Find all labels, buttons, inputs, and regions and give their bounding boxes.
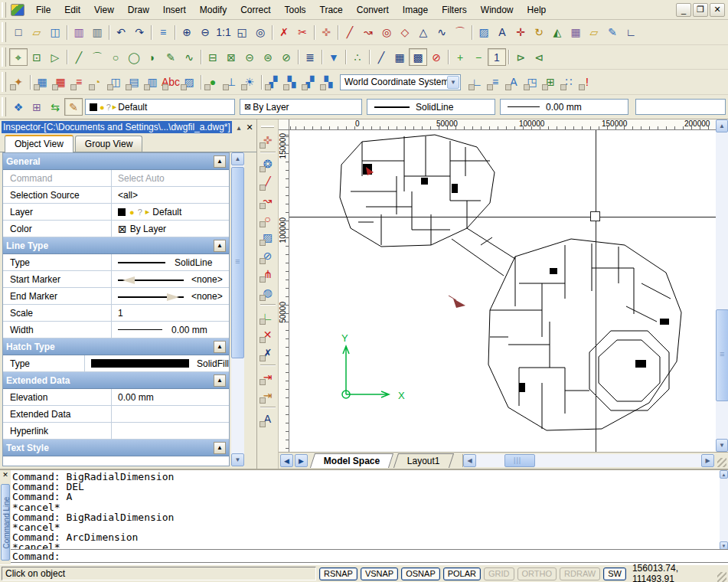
property-row[interactable]: Selection Source <all> xyxy=(3,187,229,204)
sep[interactable] xyxy=(64,48,70,66)
tab-layout1[interactable]: Layout1 xyxy=(393,453,454,468)
deselect-from-document-button[interactable]: ⊲ xyxy=(530,48,548,66)
property-row[interactable]: End Marker <none> xyxy=(3,288,229,305)
toggle-grid[interactable]: GRID xyxy=(484,567,514,580)
disable-snap-button[interactable]: ⊘ xyxy=(427,48,446,66)
grid-dots-button[interactable]: ∷ xyxy=(560,74,578,91)
zoom-out-button[interactable]: ⊖ xyxy=(196,24,214,41)
tab-scroll-left-icon[interactable]: ◀ xyxy=(280,454,293,467)
point-button[interactable]: ✛ xyxy=(511,24,530,41)
dimension-solid-button[interactable]: ◍ xyxy=(259,283,277,302)
sep[interactable] xyxy=(367,48,372,66)
select-freehand-button[interactable]: ✎ xyxy=(162,48,180,66)
selection-filter-button[interactable]: ▼ xyxy=(325,48,343,66)
linetype-combo[interactable]: SolidLine xyxy=(367,99,495,115)
scroll-up-icon[interactable]: ▲ xyxy=(716,119,728,132)
print-button[interactable]: ▥ xyxy=(88,24,106,41)
menu-item[interactable]: Trace xyxy=(313,2,350,18)
zoom-1to1-button[interactable]: 1:1 xyxy=(214,24,233,41)
select-region-button[interactable]: ◗ xyxy=(143,48,162,66)
canvas-horizontal-scrollbar[interactable]: ◀ ▶ xyxy=(462,454,714,467)
property-value[interactable]: ● ? ▸ Default xyxy=(112,204,229,220)
collapse-icon[interactable]: ▲ xyxy=(214,155,226,168)
grid-snap-button[interactable]: ▦ xyxy=(33,74,51,91)
close-icon[interactable]: ✕ xyxy=(1,471,10,480)
canvas-vertical-scrollbar[interactable]: ▲ ▼ xyxy=(716,119,728,452)
property-value[interactable]: 0.00 mm xyxy=(112,389,229,405)
dimension-branch-button[interactable]: ⋔ xyxy=(259,265,277,283)
toggle-ortho[interactable]: ORTHO xyxy=(517,567,557,580)
collapse-icon[interactable]: ▲ xyxy=(214,341,226,353)
selection-add-button[interactable]: + xyxy=(451,48,469,66)
property-row[interactable]: Start Marker <none> xyxy=(3,271,229,288)
sep[interactable] xyxy=(149,24,154,41)
restore-button[interactable]: ❐ xyxy=(693,3,708,17)
toggle-polar[interactable]: POLAR xyxy=(443,567,481,580)
property-value[interactable]: 0.00 mm xyxy=(112,322,229,338)
scroll-left-icon[interactable]: ◀ xyxy=(463,454,476,467)
section-header-extended-data[interactable]: Extended Data ▲ xyxy=(3,372,229,389)
export-dimension-button[interactable]: ⇥ xyxy=(259,368,277,386)
sep[interactable] xyxy=(198,48,204,66)
sep[interactable] xyxy=(319,48,325,66)
command-line-tab[interactable]: Command Line xyxy=(1,484,10,561)
dimension-polyline-button[interactable]: ↝ xyxy=(259,191,277,210)
sep[interactable] xyxy=(269,24,275,41)
deselect-circle-button[interactable]: ⊜ xyxy=(259,48,277,66)
select-entity-button[interactable]: ⌖ xyxy=(9,48,28,66)
chevron-down-icon[interactable]: ▼ xyxy=(447,76,459,89)
dimension-strike-button[interactable]: ⊘ xyxy=(259,247,277,265)
menu-item[interactable]: View xyxy=(87,2,121,18)
pie-chart-button[interactable]: ◔ xyxy=(88,74,106,91)
inspector-title-bar[interactable]: Inspector-[C:\Documents and Settings\...… xyxy=(0,119,256,135)
table-insert-button[interactable]: ▤ xyxy=(125,74,143,91)
clip-columns-button[interactable]: ▚ xyxy=(282,74,301,91)
save-file-button[interactable]: ◫ xyxy=(46,24,64,41)
edit-mode-button[interactable]: ✎ xyxy=(64,98,83,116)
pin-icon[interactable]: ▴ xyxy=(233,123,244,132)
sep[interactable] xyxy=(343,48,348,66)
property-value[interactable]: SolidFill xyxy=(85,355,229,371)
menu-item[interactable]: Correct xyxy=(233,2,277,18)
zoom-extents-button[interactable]: ◎ xyxy=(251,24,269,41)
toggle-osnap[interactable]: OSNAP xyxy=(401,567,440,580)
selection-list-button[interactable]: ≣ xyxy=(301,48,319,66)
menu-item[interactable]: Edit xyxy=(57,2,87,18)
print-setup-button[interactable]: ▥ xyxy=(70,24,88,41)
scroll-up-icon[interactable]: ▲ xyxy=(231,152,244,165)
property-row[interactable]: Hyperlink xyxy=(3,423,229,440)
toggle-sw[interactable]: SW xyxy=(603,567,626,580)
scrollbar-thumb[interactable] xyxy=(716,309,728,401)
layer-combo[interactable]: ● ? ▸ Default xyxy=(85,99,235,115)
extra-field[interactable] xyxy=(635,99,726,115)
property-value[interactable] xyxy=(112,406,229,422)
dimension-pan-button[interactable]: ✜ xyxy=(259,131,277,149)
draw-circle-button[interactable]: ◎ xyxy=(377,24,396,41)
property-row[interactable]: Elevation 0.00 mm xyxy=(3,389,229,406)
toggle-rdraw[interactable]: RDRAW xyxy=(560,567,600,580)
undo-button[interactable]: ↶ xyxy=(112,24,130,41)
edit-colors-button[interactable]: ✎ xyxy=(603,24,622,41)
open-file-button[interactable]: ▱ xyxy=(28,24,46,41)
menu-item[interactable]: Insert xyxy=(156,2,193,18)
collapse-icon[interactable]: ▲ xyxy=(214,374,226,387)
draw-ellipse-button[interactable]: ◇ xyxy=(396,24,414,41)
property-value[interactable]: <all> xyxy=(112,187,229,203)
layer-convert-button[interactable]: ⇆ xyxy=(46,98,64,116)
tab-group-view[interactable]: Group View xyxy=(75,136,142,152)
property-value[interactable]: 1 xyxy=(112,305,229,321)
property-row[interactable]: Type SolidFill xyxy=(3,355,229,372)
menu-item[interactable]: Draw xyxy=(121,2,156,18)
menu-item[interactable]: Filters xyxy=(435,2,474,18)
tab-model-space[interactable]: Model Space xyxy=(310,453,394,468)
property-row[interactable]: Layer ● ? ▸ Default xyxy=(3,204,229,221)
pan-button[interactable]: ✜ xyxy=(317,24,335,41)
grid-select-button[interactable]: ▦ xyxy=(390,48,409,66)
chart-button[interactable]: ⊥ xyxy=(222,74,240,91)
deselect-entity-button[interactable]: ⊘ xyxy=(277,48,295,66)
collapse-icon[interactable]: ▲ xyxy=(214,240,226,252)
toggle-rsnap[interactable]: RSNAP xyxy=(319,567,357,580)
hatch-button[interactable]: ▨ xyxy=(475,24,493,41)
collapse-icon[interactable]: ▲ xyxy=(214,442,226,454)
command-scrollbar[interactable]: ▲ ▼ xyxy=(720,470,728,550)
